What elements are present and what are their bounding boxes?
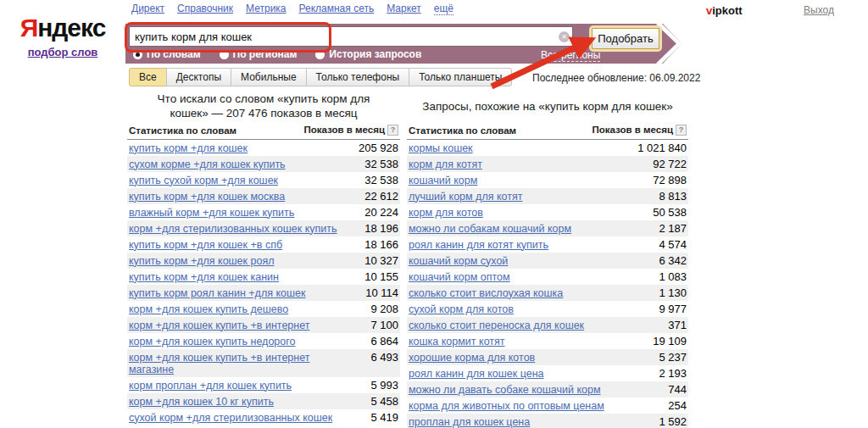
keyword-link[interactable]: лучший корм для котят <box>409 191 522 203</box>
help-icon[interactable]: ? <box>676 125 687 136</box>
keyword-link[interactable]: кошачий корм сухой <box>409 255 508 267</box>
keyword-link[interactable]: роял канин для кошек цена <box>409 368 544 380</box>
keyword-link[interactable]: корм проплан +для кошек купить <box>129 380 292 392</box>
keyword-link[interactable]: сухой корм +для стерилизованных кошек <box>129 412 332 424</box>
table-row: сколько стоит вислоухая кошка1 130 <box>407 285 688 301</box>
table-row: корм +для кошек купить +в интернет7 100 <box>127 317 400 333</box>
table-row: кошачий корм оптом1 083 <box>407 269 688 285</box>
keyword-link[interactable]: проплан для кошек цена <box>409 416 530 428</box>
table-row: проплан для кошек цена1 592 <box>407 414 688 428</box>
impressions-value: 5 458 <box>370 396 398 408</box>
keyword-link[interactable]: купить корм +для кошек +в спб <box>129 239 282 251</box>
panel-title: Запросы, похожие на «купить корм для кош… <box>407 90 688 122</box>
keyword-link[interactable]: корм +для стерилизованных кошек купить <box>129 223 337 235</box>
keyword-link[interactable]: можно ли давать собаке кошачий корм <box>409 384 601 396</box>
column-keyword-label: Статистика по словам <box>129 125 236 136</box>
nav-link-3[interactable]: Рекламная сеть <box>299 3 375 15</box>
keyword-link[interactable]: корм для котов <box>409 207 483 219</box>
impressions-value: 6 342 <box>659 255 687 267</box>
table-row: сухой корм +для стерилизованных кошек5 4… <box>127 409 400 425</box>
last-update-text: Последнее обновление: 06.09.2022 <box>532 72 702 84</box>
device-tabs: ВсеДесктопыМобильныеТолько телефоныТольк… <box>129 68 512 86</box>
tab-device-4[interactable]: Только планшеты <box>409 68 512 86</box>
table-row: сухой корм для котов9 977 <box>407 301 688 317</box>
keyword-link[interactable]: купить корм +для кошек <box>129 142 248 154</box>
impressions-value: 371 <box>668 320 687 331</box>
table-row: купить сухой корм +для кошек32 538 <box>127 172 400 188</box>
panel-phrase-stats: Что искали со словом «купить корм для ко… <box>127 90 400 425</box>
nav-link-5[interactable]: ещё <box>434 3 453 15</box>
keyword-link[interactable]: корм +для кошек купить недорого <box>129 336 295 347</box>
nav-link-0[interactable]: Директ <box>131 3 164 15</box>
mode-option-0[interactable]: По словам <box>133 48 201 60</box>
impressions-value: 22 612 <box>364 191 398 203</box>
keyword-link[interactable]: корм для котят <box>409 158 482 170</box>
table-row: хорошие корма для котов5 237 <box>407 349 688 365</box>
table-row: сколько стоит переноска для кошек371 <box>407 317 688 333</box>
impressions-value: 10 114 <box>365 287 398 299</box>
keyword-link[interactable]: хорошие корма для котов <box>409 352 535 364</box>
keyword-link[interactable]: корм +для кошек купить +в интернет магаз… <box>129 352 348 375</box>
panel-title: Что искали со словом «купить корм для ко… <box>127 90 400 122</box>
keyword-link[interactable]: корма для животных по оптовым ценам <box>409 400 604 412</box>
table-row: купить корм +для кошек +в спб18 166 <box>127 236 400 253</box>
table-row: корм +для кошек 10 кг купить5 458 <box>127 393 400 409</box>
impressions-value: 20 224 <box>364 207 398 219</box>
all-regions-link[interactable]: Все регионы <box>541 49 600 62</box>
keyword-link[interactable]: сухом корме +для кошек купить <box>129 158 286 170</box>
column-impressions: Показов в месяц? <box>593 125 687 136</box>
keyword-link[interactable]: купить корм роял канин +для кошек <box>129 287 305 299</box>
tab-device-2[interactable]: Мобильные <box>231 68 307 86</box>
impressions-value: 72 898 <box>653 175 687 186</box>
keyword-link[interactable]: сколько стоит вислоухая кошка <box>409 287 563 299</box>
impressions-value: 18 166 <box>364 239 398 251</box>
impressions-value: 50 538 <box>653 207 687 219</box>
keyword-link[interactable]: кошачий корм оптом <box>409 271 510 283</box>
mode-option-2[interactable]: История запросов <box>315 48 421 60</box>
tab-device-0[interactable]: Все <box>129 68 167 86</box>
mode-label: По регионам <box>233 48 298 60</box>
search-input[interactable] <box>129 26 573 47</box>
nav-link-2[interactable]: Метрика <box>246 3 286 15</box>
clear-icon[interactable]: ✕ <box>559 31 570 42</box>
keyword-link[interactable]: купить сухой корм +для кошек <box>129 175 278 186</box>
keyword-link[interactable]: кошачий корм <box>409 175 477 186</box>
submit-button[interactable]: Подобрать <box>592 28 659 49</box>
keyword-link[interactable]: сколько стоит переноска для кошек <box>409 320 584 331</box>
logo-letter: Я <box>20 14 38 42</box>
keyword-link[interactable]: кошка кормит котят <box>409 336 505 347</box>
tab-device-1[interactable]: Десктопы <box>166 68 231 86</box>
table-row: купить корм +для кошек москва22 612 <box>127 188 400 204</box>
column-impressions-label: Показов в месяц <box>304 125 386 135</box>
impressions-value: 4 574 <box>659 239 687 251</box>
table-header: Статистика по словам Показов в месяц? <box>127 122 400 140</box>
keyword-link[interactable]: кормы кошек <box>409 142 473 154</box>
tab-device-3[interactable]: Только телефоны <box>306 68 410 86</box>
impressions-value: 19 109 <box>653 336 687 347</box>
keyword-link[interactable]: можно ли собакам кошачий корм <box>409 223 571 235</box>
table-row: корм +для стерилизованных кошек купить18… <box>127 220 400 236</box>
keyword-link[interactable]: купить корм +для кошек роял <box>129 255 274 267</box>
table-row: можно ли собакам кошачий корм2 187 <box>407 220 688 236</box>
logo-rest: ндекс <box>37 14 105 42</box>
help-icon[interactable]: ? <box>387 125 398 136</box>
nav-link-4[interactable]: Маркет <box>387 3 421 15</box>
keyword-link[interactable]: корм +для кошек 10 кг купить <box>129 396 274 408</box>
table-row: роял канин для котят купить4 574 <box>407 236 688 253</box>
keyword-link[interactable]: влажный корм +для кошек купить <box>129 207 294 219</box>
table-header: Статистика по словам Показов в месяц? <box>407 122 688 140</box>
keyword-link[interactable]: сухой корм для котов <box>409 303 514 315</box>
yandex-logo[interactable]: Яндекс <box>12 15 114 41</box>
keyword-link[interactable]: купить корм +для кошек канин <box>129 271 279 283</box>
keyword-link[interactable]: корм +для кошек купить дешево <box>129 303 288 315</box>
keyword-link[interactable]: купить корм +для кошек москва <box>129 191 285 203</box>
logout-link[interactable]: Выход <box>804 4 834 16</box>
keyword-link[interactable]: роял канин для котят купить <box>409 239 548 251</box>
keyword-link[interactable]: корм +для кошек купить +в интернет <box>129 320 309 331</box>
wordstat-link[interactable]: подбор слов <box>28 46 98 58</box>
panel-similar-queries: Запросы, похожие на «купить корм для кош… <box>407 90 688 428</box>
username: vipkott <box>706 4 743 17</box>
nav-link-1[interactable]: Справочник <box>177 3 233 15</box>
mode-option-1[interactable]: По регионам <box>220 48 298 60</box>
impressions-value: 6 493 <box>370 352 398 364</box>
